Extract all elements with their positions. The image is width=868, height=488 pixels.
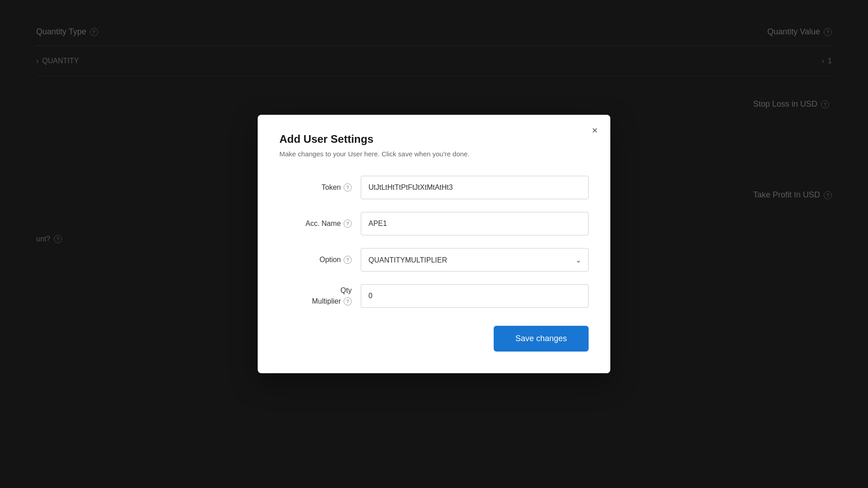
qty-multiplier-label: Qty Multiplier ? <box>279 286 361 305</box>
option-select-wrapper: QUANTITYMULTIPLIER FIXEDQUANTITY PERCENT… <box>361 248 589 272</box>
modal-subtitle: Make changes to your User here. Click sa… <box>279 150 589 158</box>
token-label: Token ? <box>279 183 361 192</box>
token-field-row: Token ? <box>279 176 589 199</box>
modal-backdrop: × Add User Settings Make changes to your… <box>0 0 868 488</box>
modal-actions: Save changes <box>279 326 589 352</box>
acc-name-field-row: Acc. Name ? <box>279 212 589 235</box>
option-select[interactable]: QUANTITYMULTIPLIER FIXEDQUANTITY PERCENT… <box>361 248 589 272</box>
qty-multiplier-info-icon[interactable]: ? <box>344 297 352 305</box>
modal-title: Add User Settings <box>279 133 589 145</box>
qty-multiplier-input[interactable] <box>361 284 589 308</box>
option-info-icon[interactable]: ? <box>344 256 352 264</box>
save-changes-button[interactable]: Save changes <box>494 326 589 352</box>
option-field-row: Option ? QUANTITYMULTIPLIER FIXEDQUANTIT… <box>279 248 589 272</box>
modal-close-button[interactable]: × <box>588 124 601 137</box>
acc-name-info-icon[interactable]: ? <box>344 220 352 228</box>
token-info-icon[interactable]: ? <box>344 183 352 192</box>
acc-name-label: Acc. Name ? <box>279 220 361 228</box>
add-user-settings-modal: × Add User Settings Make changes to your… <box>258 115 610 373</box>
option-label: Option ? <box>279 256 361 264</box>
acc-name-input[interactable] <box>361 212 589 235</box>
qty-multiplier-field-row: Qty Multiplier ? <box>279 284 589 308</box>
token-input[interactable] <box>361 176 589 199</box>
